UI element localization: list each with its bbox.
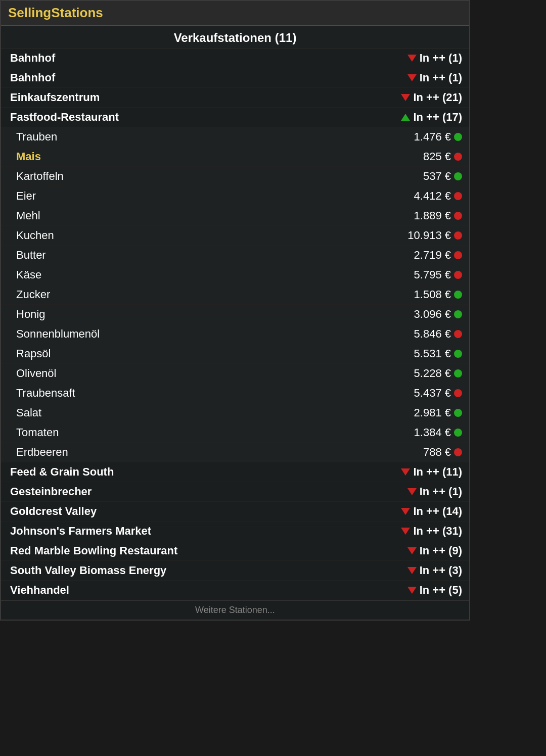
indicator-green-icon <box>454 133 462 141</box>
product-row: Kuchen10.913 € <box>1 226 469 246</box>
product-price-container: 10.913 € <box>407 229 462 242</box>
arrow-down-icon <box>401 508 410 515</box>
product-price-container: 2.981 € <box>414 406 462 419</box>
station-name: Bahnhof <box>10 71 55 84</box>
product-name: Traubensaft <box>16 387 75 400</box>
product-price-container: 1.476 € <box>414 130 462 144</box>
product-price-container: 5.228 € <box>414 367 462 380</box>
station-status: In ++ (17) <box>401 111 462 124</box>
product-price-container: 5.531 € <box>414 347 462 360</box>
station-name: South Valley Biomass Energy <box>10 564 166 577</box>
status-text: In ++ (17) <box>413 111 462 124</box>
station-name: Viehhandel <box>10 584 69 597</box>
product-name: Sonnenblumenöl <box>16 327 100 341</box>
indicator-red-icon <box>454 192 462 200</box>
station-group-row: EinkaufszentrumIn ++ (21) <box>1 88 469 108</box>
indicator-green-icon <box>454 172 462 180</box>
status-text: In ++ (3) <box>420 564 462 577</box>
station-name: Gesteinbrecher <box>10 485 92 498</box>
price-value: 537 € <box>423 170 451 183</box>
station-status: In ++ (1) <box>407 52 462 65</box>
product-row: Sonnenblumenöl5.846 € <box>1 324 469 344</box>
product-name: Honig <box>16 308 45 321</box>
product-row: Butter2.719 € <box>1 246 469 265</box>
price-value: 1.889 € <box>414 209 451 222</box>
price-value: 2.719 € <box>414 249 451 262</box>
indicator-green-icon <box>454 429 462 437</box>
price-value: 1.476 € <box>414 130 451 144</box>
product-price-container: 1.384 € <box>414 426 462 439</box>
price-value: 10.913 € <box>407 229 451 242</box>
arrow-down-icon <box>407 587 417 594</box>
product-price-container: 825 € <box>423 150 462 163</box>
station-group-row: Red Marble Bowling RestaurantIn ++ (9) <box>1 541 469 561</box>
product-name: Kartoffeln <box>16 170 64 183</box>
indicator-green-icon <box>454 291 462 299</box>
indicator-red-icon <box>454 251 462 259</box>
product-name: Käse <box>16 268 41 281</box>
indicator-red-icon <box>454 271 462 279</box>
station-group-row: South Valley Biomass EnergyIn ++ (3) <box>1 561 469 581</box>
arrow-down-icon <box>407 74 417 81</box>
station-name: Fastfood-Restaurant <box>10 111 119 124</box>
station-status: In ++ (14) <box>401 505 462 518</box>
product-row: Kartoffeln537 € <box>1 167 469 186</box>
product-row: Mehl1.889 € <box>1 206 469 226</box>
arrow-down-icon <box>401 94 410 101</box>
arrow-down-icon <box>407 567 417 574</box>
panel-header: SellingStations <box>1 1 469 26</box>
product-row: Trauben1.476 € <box>1 127 469 147</box>
price-value: 5.846 € <box>414 327 451 341</box>
station-name: Bahnhof <box>10 52 55 65</box>
product-name: Butter <box>16 249 46 262</box>
product-price-container: 5.795 € <box>414 268 462 281</box>
price-value: 2.981 € <box>414 406 451 419</box>
product-row: Tomaten1.384 € <box>1 423 469 443</box>
product-row: Honig3.096 € <box>1 305 469 324</box>
station-group-row: GesteinbrecherIn ++ (1) <box>1 482 469 502</box>
arrow-up-icon <box>401 114 410 121</box>
product-price-container: 788 € <box>423 446 462 459</box>
bottom-bar: Weitere Stationen... <box>1 600 469 620</box>
station-status: In ++ (1) <box>407 71 462 84</box>
product-row: Eier4.412 € <box>1 186 469 206</box>
product-price-container: 4.412 € <box>414 190 462 203</box>
status-text: In ++ (9) <box>420 544 462 557</box>
section-header: Verkaufstationen (11) <box>1 26 469 49</box>
station-name: Red Marble Bowling Restaurant <box>10 544 177 557</box>
indicator-green-icon <box>454 409 462 417</box>
selling-stations-panel: SellingStations Verkaufstationen (11) Ba… <box>0 0 470 621</box>
product-price-container: 2.719 € <box>414 249 462 262</box>
station-status: In ++ (5) <box>407 584 462 597</box>
indicator-red-icon <box>454 231 462 240</box>
price-value: 825 € <box>423 150 451 163</box>
product-name: Kuchen <box>16 229 54 242</box>
price-value: 5.437 € <box>414 387 451 400</box>
product-price-container: 1.889 € <box>414 209 462 222</box>
product-row: Erdbeeren788 € <box>1 443 469 462</box>
arrow-down-icon <box>407 547 417 554</box>
product-row: Mais825 € <box>1 147 469 167</box>
product-row: Olivenöl5.228 € <box>1 364 469 384</box>
status-text: In ++ (1) <box>420 485 462 498</box>
arrow-down-icon <box>401 528 410 535</box>
product-name: Rapsöl <box>16 347 51 360</box>
indicator-green-icon <box>454 310 462 318</box>
station-group-row: Feed & Grain SouthIn ++ (11) <box>1 462 469 482</box>
product-name: Eier <box>16 190 36 203</box>
status-text: In ++ (14) <box>413 505 462 518</box>
indicator-red-icon <box>454 448 462 456</box>
station-status: In ++ (21) <box>401 91 462 104</box>
product-name: Erdbeeren <box>16 446 68 459</box>
arrow-down-icon <box>401 468 410 476</box>
status-text: In ++ (1) <box>420 71 462 84</box>
price-value: 4.412 € <box>414 190 451 203</box>
product-name: Trauben <box>16 130 57 144</box>
price-value: 5.531 € <box>414 347 451 360</box>
station-group-row: Goldcrest ValleyIn ++ (14) <box>1 502 469 522</box>
stations-list: BahnhofIn ++ (1)BahnhofIn ++ (1)Einkaufs… <box>1 49 469 600</box>
price-value: 1.384 € <box>414 426 451 439</box>
station-group-row: Fastfood-RestaurantIn ++ (17) <box>1 108 469 127</box>
station-group-row: BahnhofIn ++ (1) <box>1 68 469 88</box>
price-value: 5.795 € <box>414 268 451 281</box>
